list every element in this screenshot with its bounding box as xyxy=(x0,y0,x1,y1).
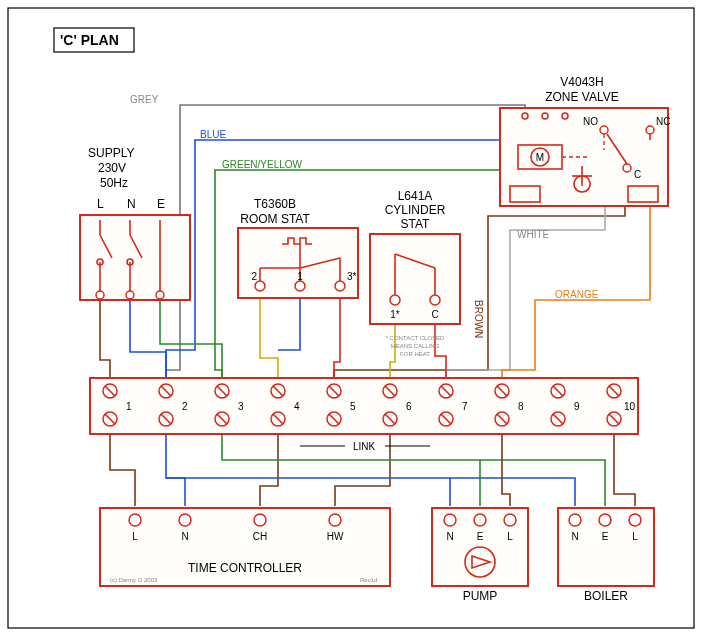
supply-E: E xyxy=(157,197,165,211)
wire-rs-3 xyxy=(334,298,340,386)
label-gy: GREEN/YELLOW xyxy=(222,159,303,170)
cs-label2: CYLINDER xyxy=(385,203,446,217)
svg-point-39 xyxy=(522,113,528,119)
svg-point-17 xyxy=(335,281,345,291)
svg-point-93 xyxy=(629,514,641,526)
wire-cs-C xyxy=(435,320,446,386)
cs-t1: 1* xyxy=(390,309,400,320)
zv-label2: ZONE VALVE xyxy=(545,90,619,104)
zv-label1: V4043H xyxy=(560,75,603,89)
label-white: WHITE xyxy=(517,229,550,240)
jt10: 10 xyxy=(624,401,636,412)
boiler-L: L xyxy=(632,531,638,542)
svg-point-84 xyxy=(129,514,141,526)
svg-point-29 xyxy=(600,126,608,134)
tc-N: N xyxy=(181,531,188,542)
jt3: 3 xyxy=(238,401,244,412)
footer-rev: Rev1d xyxy=(360,577,377,583)
supply-label1: SUPPLY xyxy=(88,146,134,160)
cs-tC: C xyxy=(431,309,438,320)
supply-L: L xyxy=(97,197,104,211)
supply-label3: 50Hz xyxy=(100,176,128,190)
wire-supply-E xyxy=(160,300,222,386)
label-grey: GREY xyxy=(130,94,159,105)
cs-note3: FOR HEAT xyxy=(400,351,430,357)
label-orange: ORANGE xyxy=(555,289,599,300)
wire-rs-1 xyxy=(278,298,300,350)
svg-point-85 xyxy=(179,514,191,526)
pump-E: E xyxy=(477,531,484,542)
svg-point-87 xyxy=(329,514,341,526)
svg-point-40 xyxy=(542,113,548,119)
cs-note2: MEANS CALLING xyxy=(391,343,440,349)
pump-N: N xyxy=(446,531,453,542)
cs-label1: L641A xyxy=(398,189,433,203)
jt1: 1 xyxy=(126,401,132,412)
svg-point-11 xyxy=(156,291,164,299)
supply-label2: 230V xyxy=(98,161,126,175)
tc-L: L xyxy=(132,531,138,542)
cs-note1: * CONTACT CLOSED xyxy=(386,335,445,341)
jt5: 5 xyxy=(350,401,356,412)
zv-NC: NC xyxy=(656,116,670,127)
jt8: 8 xyxy=(518,401,524,412)
wire-jb-boiler-E xyxy=(480,460,605,506)
label-brown: BROWN xyxy=(473,300,484,338)
supply-N: N xyxy=(127,197,136,211)
svg-point-10 xyxy=(126,291,134,299)
boiler-E: E xyxy=(602,531,609,542)
svg-point-86 xyxy=(254,514,266,526)
svg-point-9 xyxy=(96,291,104,299)
footer-copy: (c) Danny G 2003 xyxy=(110,577,158,583)
rs-label2: ROOM STAT xyxy=(240,212,310,226)
tc-CH: CH xyxy=(253,531,267,542)
svg-point-92 xyxy=(599,514,611,526)
zv-NO: NO xyxy=(583,116,598,127)
tc-HW: HW xyxy=(327,531,344,542)
supply-box xyxy=(80,215,190,300)
cyl-stat-box xyxy=(370,234,460,324)
svg-point-41 xyxy=(562,113,568,119)
title-text: 'C' PLAN xyxy=(60,32,119,48)
rs-t1: 1 xyxy=(297,271,303,282)
jt6: 6 xyxy=(406,401,412,412)
wire-jb-boiler-N xyxy=(450,478,575,506)
svg-point-31 xyxy=(623,164,631,172)
jt4: 4 xyxy=(294,401,300,412)
junction-link-label: LINK xyxy=(353,441,376,452)
jt7: 7 xyxy=(462,401,468,412)
zv-M: M xyxy=(536,152,544,163)
label-blue: BLUE xyxy=(200,129,226,140)
zv-C: C xyxy=(634,169,641,180)
rs-t2: 2 xyxy=(251,271,257,282)
svg-point-88 xyxy=(444,514,456,526)
jt9: 9 xyxy=(574,401,580,412)
svg-point-22 xyxy=(390,295,400,305)
boiler-label: BOILER xyxy=(584,589,628,603)
wire-supply-L xyxy=(100,300,110,386)
wire-jb-pump-N xyxy=(166,478,450,506)
pump-L: L xyxy=(507,531,513,542)
svg-point-16 xyxy=(295,281,305,291)
pump-label: PUMP xyxy=(463,589,498,603)
wire-rs-2 xyxy=(260,298,278,386)
svg-point-89 xyxy=(474,514,486,526)
cs-label3: STAT xyxy=(401,217,431,231)
svg-point-30 xyxy=(646,126,654,134)
boiler-N: N xyxy=(571,531,578,542)
rs-label1: T6360B xyxy=(254,197,296,211)
tc-label: TIME CONTROLLER xyxy=(188,561,302,575)
wire-cs-1 xyxy=(390,320,395,386)
jt2: 2 xyxy=(182,401,188,412)
svg-point-91 xyxy=(569,514,581,526)
svg-point-15 xyxy=(255,281,265,291)
wiring-diagram: 'C' PLAN GREY BLUE GREEN/YELLOW BROWN WH… xyxy=(0,0,702,641)
rs-t3: 3* xyxy=(347,271,357,282)
svg-point-23 xyxy=(430,295,440,305)
svg-point-90 xyxy=(504,514,516,526)
